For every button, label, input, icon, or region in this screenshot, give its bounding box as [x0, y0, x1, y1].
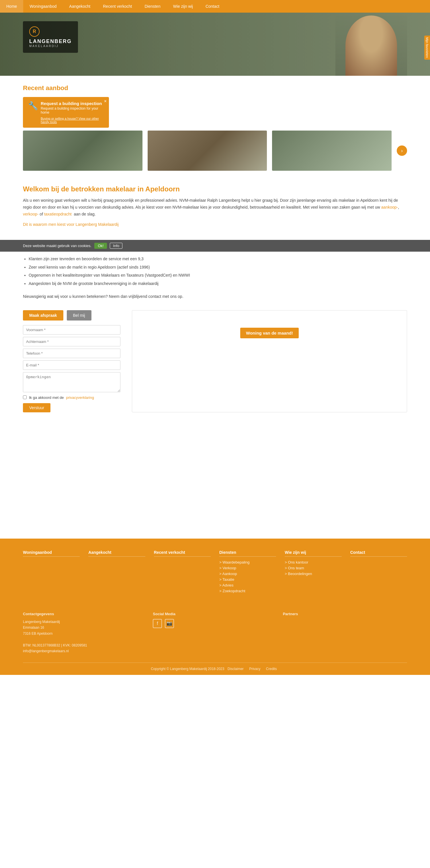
person-silhouette: [345, 16, 397, 76]
mijn-favorieten-button[interactable]: Mijn favorieten: [424, 36, 430, 60]
instagram-icon[interactable]: 📷: [165, 619, 174, 628]
footer-contact-title: Contact: [350, 550, 407, 557]
footer-zoekopdracht-link[interactable]: Zoekopdracht: [219, 589, 276, 593]
footer-partners: Partners: [283, 612, 407, 654]
footer-col-contact: Contact: [350, 550, 407, 594]
nav-home[interactable]: Home: [0, 0, 23, 12]
logo-name: LANGENBERG: [29, 38, 72, 44]
nav-woningaanbod[interactable]: Woningaanbod: [23, 0, 63, 12]
footer-taxatie-link[interactable]: Taxatie: [219, 577, 276, 582]
bel-mij-button[interactable]: Bel mij: [67, 310, 92, 320]
popup-title: Request a building inspection: [41, 101, 104, 106]
footer-partners-title: Partners: [283, 612, 407, 616]
contact-form: Maak afspraak Bel mij Ik ga akkoord met …: [23, 310, 121, 412]
site-footer: Woningaanbod Aangekocht Recent verkocht …: [0, 538, 430, 675]
property-card-3[interactable]: [272, 130, 392, 171]
welcome-title: Welkom bij de betrokken makelaar in Apel…: [23, 185, 407, 193]
telefoon-input[interactable]: [23, 349, 121, 358]
cookie-info-button[interactable]: Info: [110, 243, 123, 249]
footer-diensten-title: Diensten: [219, 550, 276, 557]
nav-recent-verkocht[interactable]: Recent verkocht: [97, 0, 138, 12]
cookie-banner: Deze website maakt gebruik van cookies. …: [0, 240, 430, 252]
voornaam-input[interactable]: [23, 325, 121, 335]
footer-privacy-link[interactable]: Privacy: [249, 667, 260, 671]
privacy-link[interactable]: privacyverklaring: [66, 395, 94, 400]
nav-aangekocht[interactable]: Aangekocht: [63, 0, 97, 12]
popup-close-button[interactable]: ×: [104, 99, 107, 104]
form-btn-row: Maak afspraak Bel mij: [23, 310, 121, 320]
footer-social-title: Social Media: [153, 612, 277, 616]
achternaam-input[interactable]: [23, 337, 121, 346]
footer-wie-zijn-wij-title: Wie zijn wij: [285, 550, 341, 557]
main-nav: Home Woningaanbod Aangekocht Recent verk…: [0, 0, 430, 12]
footer-nav-cols: Woningaanbod Aangekocht Recent verkocht …: [23, 550, 407, 594]
footer-ons-kantoor-link[interactable]: Ons kantoor: [285, 560, 341, 564]
popup-icon: 🔧: [28, 101, 38, 111]
company-logo: R LANGENBERG MAKELAARDIJ: [23, 21, 78, 53]
copyright-bar: Copyright © Langenberg Makelaardij 2018-…: [23, 662, 407, 675]
opmerkingen-input[interactable]: [23, 372, 121, 392]
social-icons-row: f 📷: [153, 619, 277, 628]
footer-contact-info: Contactgegevens Langenberg Makelaardij E…: [23, 612, 147, 654]
bullet-2: Zeer veel kennis van de markt in regio A…: [29, 264, 407, 270]
link-taxatie[interactable]: taxatieopdracht: [44, 212, 72, 216]
reasons-link[interactable]: Dit is waarom men kiest voor Langenberg …: [23, 222, 119, 227]
recent-title: Recent aanbod: [23, 84, 407, 92]
woning-van-de-maand-button[interactable]: Woning van de maand!: [240, 328, 299, 338]
building-inspection-popup: × 🔧 Request a building inspection Reques…: [23, 97, 109, 128]
cta-text: Nieuwsgierig wat wij voor u kunnen betek…: [0, 294, 430, 305]
email-input[interactable]: [23, 361, 121, 370]
link-verkoop[interactable]: verkoop-: [23, 212, 38, 216]
footer-credits-link[interactable]: Credits: [266, 667, 277, 671]
reasons-list: Klanten zijn zeer tevreden en beoordelen…: [29, 256, 407, 287]
footer-social-media: Social Media f 📷: [153, 612, 277, 654]
footer-verkoop-link[interactable]: Verkoop: [219, 566, 276, 570]
bullet-4: Aangesloten bij de NVM de grootste branc…: [29, 280, 407, 287]
footer-col-recent-verkocht: Recent verkocht: [154, 550, 211, 594]
popup-link[interactable]: Buying or selling a house? View our othe…: [41, 117, 104, 124]
recent-section: Recent aanbod × 🔧 Request a building ins…: [0, 76, 430, 177]
hero-section: R LANGENBERG MAKELAARDIJ Mijn favorieten: [0, 12, 430, 76]
footer-col-diensten: Diensten Waardebepaling Verkoop Aankoop …: [219, 550, 276, 594]
footer-beoordelingen-link[interactable]: Beoordelingen: [285, 571, 341, 576]
welcome-section: Welkom bij de betrokken makelaar in Apel…: [0, 177, 430, 240]
facebook-icon[interactable]: f: [153, 619, 162, 628]
footer-ons-team-link[interactable]: Ons team: [285, 566, 341, 570]
nav-wie-zijn-wij[interactable]: Wie zijn wij: [167, 0, 199, 12]
copyright-text: Copyright © Langenberg Makelaardij 2018-…: [151, 667, 224, 671]
property-card-1[interactable]: [23, 130, 142, 171]
cookie-ok-button[interactable]: Ok!: [94, 243, 107, 249]
content-spacer: [0, 424, 430, 538]
privacy-row: Ik ga akkoord met de privacyverklaring: [23, 395, 121, 400]
footer-col-aangekocht: Aangekocht: [88, 550, 145, 594]
logo-sub: MAKELAARDIJ: [29, 44, 72, 48]
woning-widget: Woning van de maand!: [132, 310, 407, 412]
footer-advies-link[interactable]: Advies: [219, 583, 276, 587]
carousel-next-button[interactable]: ›: [397, 146, 407, 156]
footer-bottom: Contactgegevens Langenberg Makelaardij E…: [23, 603, 407, 662]
footer-waardebepaling-link[interactable]: Waardebepaling: [219, 560, 276, 564]
footer-woningaanbod-title: Woningaanbod: [23, 550, 80, 557]
property-card-2[interactable]: [147, 130, 267, 171]
footer-disclaimer-link[interactable]: Disclaimer: [228, 667, 244, 671]
hero-person-image: [335, 12, 407, 76]
welcome-body: Als u een woning gaat verkopen wilt u hi…: [23, 197, 407, 217]
maak-afspraak-button[interactable]: Maak afspraak: [23, 310, 63, 320]
nav-contact[interactable]: Contact: [199, 0, 226, 12]
nav-diensten[interactable]: Diensten: [138, 0, 167, 12]
footer-email-link[interactable]: info@langenbergmakelaars.nl: [23, 649, 69, 653]
submit-button[interactable]: Verstuur: [23, 403, 51, 412]
footer-aankoop-link[interactable]: Aankoop: [219, 571, 276, 576]
contact-section: Maak afspraak Bel mij Ik ga akkoord met …: [0, 305, 430, 424]
privacy-checkbox[interactable]: [23, 395, 27, 399]
link-aankoop[interactable]: aankoop-: [381, 205, 398, 210]
privacy-label: Ik ga akkoord met de: [29, 395, 64, 400]
logo-circle: R: [29, 26, 39, 37]
property-grid: ›: [23, 130, 407, 171]
footer-col-woningaanbod: Woningaanbod: [23, 550, 80, 594]
footer-contact-details: Langenberg Makelaardij Emmalaan 16 7316 …: [23, 619, 147, 654]
bullet-1: Klanten zijn zeer tevreden en beoordelen…: [29, 256, 407, 262]
bullets-section: Klanten zijn zeer tevreden en beoordelen…: [0, 252, 430, 294]
bullet-3: Opgenomen in het kwaliteitsregister van …: [29, 272, 407, 278]
footer-recent-verkocht-title: Recent verkocht: [154, 550, 211, 557]
